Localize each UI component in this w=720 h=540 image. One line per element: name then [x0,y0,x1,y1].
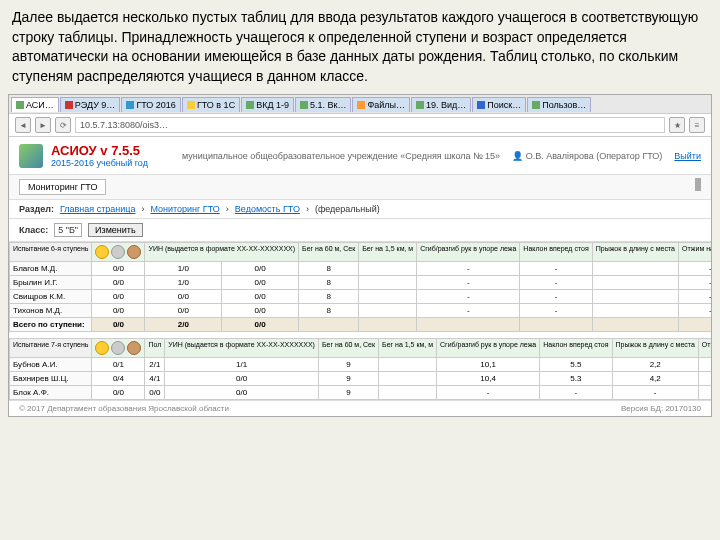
tab-1[interactable]: РЭДУ 9… [60,97,121,112]
cell[interactable] [359,276,417,290]
th-uin: УИН (выдается в формате ХХ-ХХ-ХХХХХХХ) [145,243,299,262]
bc-home[interactable]: Главная страница [60,204,136,214]
cell[interactable]: - [520,262,592,276]
cell[interactable]: 0/0 [165,372,319,386]
reload-button[interactable]: ⟳ [55,117,71,133]
cell[interactable]: 8 [299,276,359,290]
cell[interactable]: 0/0 [165,386,319,400]
cell[interactable]: - [612,386,698,400]
menu-button[interactable]: ≡ [689,117,705,133]
url-field[interactable]: 10.5.7.13:8080/ois3… [75,117,665,133]
cell[interactable]: - [678,262,711,276]
cell[interactable]: - [520,290,592,304]
cell[interactable]: 9 [318,386,378,400]
cell[interactable]: 0/0 [92,386,145,400]
tool-icon-3[interactable] [699,178,701,191]
th-name: Испытание 6-я ступень [10,243,92,262]
cell[interactable]: 8 [299,290,359,304]
cell[interactable]: 0/0 [92,276,145,290]
tab-5[interactable]: 5.1. Вк… [295,97,351,112]
cell[interactable]: - [678,304,711,318]
tab-4[interactable]: ВКД 1-9 [241,97,294,112]
cell[interactable]: - [437,386,540,400]
cell[interactable]: 4,2 [612,372,698,386]
cell[interactable] [379,386,437,400]
table-row: Свищров К.М.0/00/00/08-------- [10,290,712,304]
cell[interactable]: 4/1 [145,372,165,386]
results-table-2: Испытание 7-я ступень Пол УИН (выдается … [9,338,711,400]
cell[interactable]: - [678,290,711,304]
back-button[interactable]: ◄ [15,117,31,133]
cell[interactable] [592,304,678,318]
logout-link[interactable]: Выйти [674,151,701,161]
cell[interactable]: 0/0 [222,290,299,304]
cell[interactable] [592,290,678,304]
change-button[interactable]: Изменить [88,223,143,237]
cell[interactable]: - [698,358,711,372]
breadcrumb: Раздел: Главная страница › Мониторинг ГТ… [9,200,711,219]
tab-7[interactable]: 19. Вид… [411,97,471,112]
tab-2[interactable]: ГТО 2016 [121,97,181,112]
bookmark-button[interactable]: ★ [669,117,685,133]
cell[interactable]: - [540,386,612,400]
cell[interactable]: 1/0 [145,262,222,276]
cell[interactable]: 5.3 [540,372,612,386]
cell[interactable]: - [417,276,520,290]
tab-0[interactable]: АСИ… [11,97,59,112]
cell[interactable]: 9 [318,358,378,372]
bc-ved[interactable]: Ведомость ГТО [235,204,300,214]
cell[interactable] [592,262,678,276]
cell[interactable]: - [417,304,520,318]
app-header: АСИОУ v 7.5.5 2015-2016 учебный год муни… [9,137,711,175]
cell[interactable]: 0/0 [92,290,145,304]
cell[interactable]: 0/4 [92,372,145,386]
th2-name: Испытание 7-я ступень [10,339,92,358]
bc-mon[interactable]: Мониторинг ГТО [150,204,219,214]
cell[interactable]: 0/0 [145,290,222,304]
cell[interactable]: 8 [299,304,359,318]
cell[interactable]: 5.5 [540,358,612,372]
cell[interactable]: 0/0 [92,304,145,318]
cell[interactable]: 0/0 [145,386,165,400]
cell[interactable]: 0/0 [222,262,299,276]
cell[interactable]: 1/0 [145,276,222,290]
cell[interactable]: 10,1 [437,358,540,372]
tab-6[interactable]: Файлы… [352,97,410,112]
cell[interactable]: 10,4 [437,372,540,386]
cell[interactable]: - [678,276,711,290]
class-select[interactable]: 5 "Б" [54,223,82,237]
cell[interactable] [359,290,417,304]
gold-icon [95,245,109,259]
cell[interactable]: 0/0 [145,304,222,318]
tab-8[interactable]: Поиск… [472,97,526,112]
cell[interactable]: - [417,262,520,276]
tab-3[interactable]: ГТО в 1С [182,97,240,112]
cell[interactable]: 0/1 [92,358,145,372]
cell[interactable]: 0/0 [222,276,299,290]
tab-9[interactable]: Пользов… [527,97,591,112]
results-table-1: Испытание 6-я ступень УИН (выдается в фо… [9,242,711,332]
cell[interactable]: 2,2 [612,358,698,372]
cell[interactable] [592,276,678,290]
cell[interactable]: - [698,386,711,400]
cell[interactable] [359,262,417,276]
student-name: Свищров К.М. [10,290,92,304]
cell[interactable]: 2/1 [145,358,165,372]
forward-button[interactable]: ► [35,117,51,133]
cell[interactable]: - [698,372,711,386]
cell[interactable] [379,358,437,372]
cell[interactable]: - [520,304,592,318]
section-tab[interactable]: Мониторинг ГТО [19,179,106,195]
cell[interactable]: 9 [318,372,378,386]
cell[interactable] [359,304,417,318]
description-text: Далее выдается несколько пустых таблиц д… [0,0,720,94]
cell[interactable]: - [520,276,592,290]
cell[interactable]: - [417,290,520,304]
cell[interactable]: 0/0 [222,304,299,318]
browser-window: АСИ… РЭДУ 9… ГТО 2016 ГТО в 1С ВКД 1-9 5… [8,94,712,417]
cell[interactable] [379,372,437,386]
table-row: Благов М.Д.0/01/00/08---2,1ПР--- [10,262,712,276]
cell[interactable]: 8 [299,262,359,276]
cell[interactable]: 1/1 [165,358,319,372]
cell[interactable]: 0/0 [92,262,145,276]
